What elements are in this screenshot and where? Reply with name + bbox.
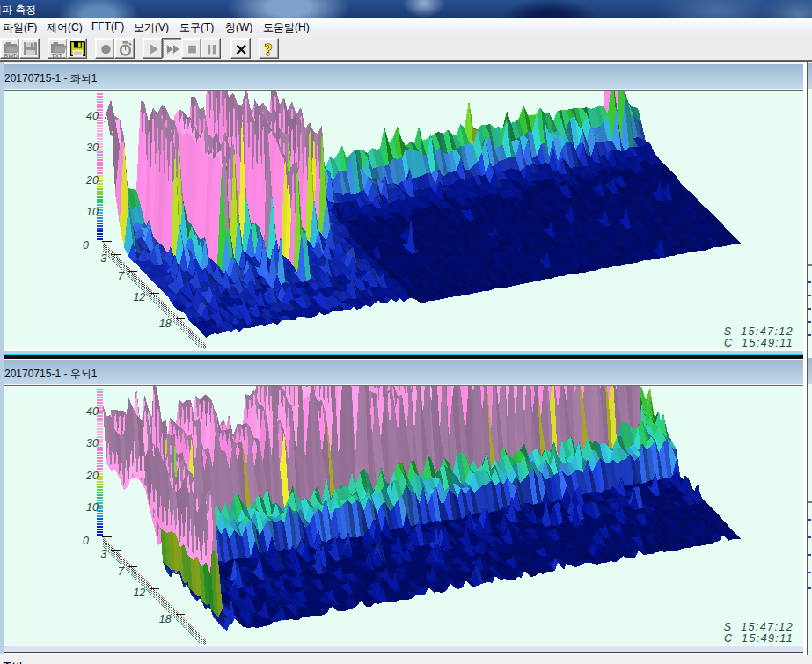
svg-text:12: 12 bbox=[133, 291, 145, 303]
svg-text:3: 3 bbox=[100, 252, 106, 265]
svg-text:10: 10 bbox=[86, 206, 99, 218]
svg-text:TXT: TXT bbox=[52, 53, 62, 59]
svg-text:BWD: BWD bbox=[4, 53, 18, 59]
svg-text:7: 7 bbox=[118, 270, 125, 282]
svg-text:0: 0 bbox=[83, 535, 89, 547]
svg-text:12: 12 bbox=[133, 587, 145, 599]
svg-text:7: 7 bbox=[118, 565, 125, 578]
svg-text:30: 30 bbox=[86, 142, 99, 154]
svg-text:0: 0 bbox=[83, 239, 89, 252]
svg-text:30: 30 bbox=[86, 437, 99, 449]
svg-text:C 15:49:11: C 15:49:11 bbox=[724, 632, 794, 645]
svg-text:40: 40 bbox=[86, 405, 99, 418]
svg-text:18: 18 bbox=[159, 613, 172, 625]
svg-text:18: 18 bbox=[159, 317, 172, 330]
svg-text:S 15:47:12: S 15:47:12 bbox=[724, 621, 794, 633]
svg-text:10: 10 bbox=[86, 501, 99, 514]
svg-text:40: 40 bbox=[86, 110, 99, 122]
svg-text:C 15:49:11: C 15:49:11 bbox=[724, 337, 794, 349]
svg-text:3: 3 bbox=[100, 548, 106, 560]
svg-text:20: 20 bbox=[85, 174, 99, 186]
svg-text:?: ? bbox=[265, 41, 273, 59]
svg-text:20: 20 bbox=[85, 470, 99, 482]
svg-text:S 15:47:12: S 15:47:12 bbox=[724, 325, 794, 338]
